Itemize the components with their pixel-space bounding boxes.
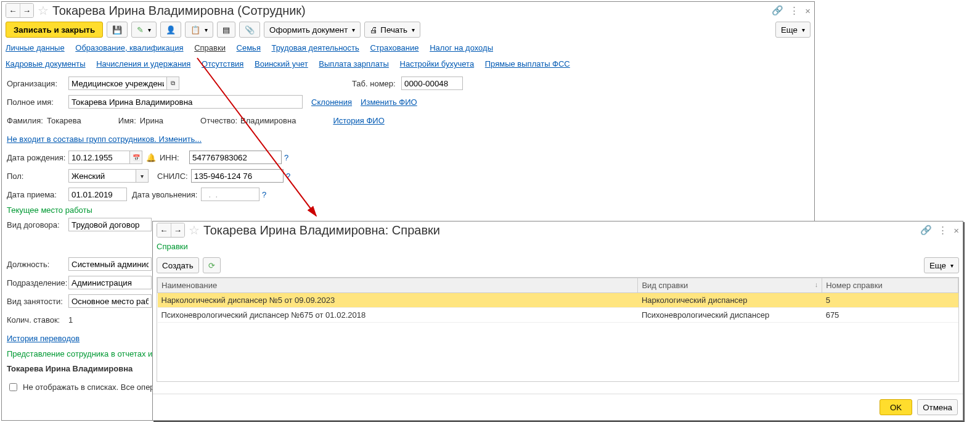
forward-button[interactable]: →: [20, 4, 33, 17]
attach-button[interactable]: 📎: [239, 22, 260, 38]
hire-input[interactable]: [68, 188, 127, 201]
more-button[interactable]: Еще: [775, 22, 811, 38]
tab-insurance[interactable]: Страхование: [370, 43, 419, 52]
rate-label: Колич. ставок:: [7, 315, 68, 325]
patr-value: Владимировна: [240, 116, 296, 125]
tab-absences[interactable]: Отсутствия: [202, 59, 243, 68]
sort-desc-icon: ↓: [815, 281, 819, 288]
tab-labor[interactable]: Трудовая деятельность: [272, 43, 359, 52]
surname-value: Токарева: [47, 116, 81, 125]
more-icon[interactable]: ⋮: [790, 5, 799, 16]
highlight-button[interactable]: ✎: [131, 22, 157, 38]
close-icon-2[interactable]: ×: [953, 225, 959, 236]
org-lookup-icon[interactable]: ⧉: [167, 77, 179, 90]
position-input[interactable]: [68, 257, 152, 271]
back-button-2[interactable]: ←: [157, 223, 171, 237]
certificates-tab: Справки: [157, 242, 188, 251]
col-type[interactable]: Вид справки↓: [638, 278, 822, 293]
change-fio-link[interactable]: Изменить ФИО: [361, 97, 417, 107]
link-icon-2[interactable]: 🔗: [920, 225, 932, 236]
print-button[interactable]: 🖨Печать: [364, 22, 420, 38]
create-button[interactable]: Создать: [157, 257, 199, 273]
cancel-button[interactable]: Отмена: [917, 399, 958, 415]
col-name[interactable]: Наименование: [158, 278, 638, 293]
tab-acc-settings[interactable]: Настройки бухучета: [400, 59, 475, 68]
inn-input[interactable]: [189, 151, 282, 164]
bell-icon[interactable]: 🔔: [146, 153, 156, 162]
tab-family[interactable]: Семья: [237, 43, 261, 52]
hide-label: Не отображать в списках. Все опера: [23, 383, 159, 392]
titlebar: ← → ☆ Токарева Ирина Владимировна (Сотру…: [2, 2, 814, 19]
refresh-icon: ⟳: [208, 261, 215, 270]
tabn-input[interactable]: [401, 77, 463, 90]
toolbar-2: Создать ⟳ Еще: [153, 255, 963, 276]
fullname-input[interactable]: [68, 95, 303, 109]
snils-input[interactable]: [191, 169, 284, 183]
tab-fss[interactable]: Прямые выплаты ФСС: [485, 59, 570, 68]
org-input[interactable]: [68, 77, 167, 90]
tab-certificates[interactable]: Справки: [194, 43, 226, 52]
copy-button[interactable]: 📋: [185, 22, 213, 38]
fio-history-link[interactable]: История ФИО: [333, 116, 384, 125]
tab-military[interactable]: Воинский учет: [255, 59, 308, 68]
calendar-icon[interactable]: 📅: [130, 151, 142, 164]
window-title-2: Токарева Ирина Владимировна: Справки: [203, 223, 917, 238]
tab-hr-docs[interactable]: Кадровые документы: [6, 59, 86, 68]
refresh-button[interactable]: ⟳: [203, 257, 221, 273]
tab-education[interactable]: Образование, квалификация: [75, 43, 183, 52]
sex-label: Пол:: [7, 172, 68, 181]
more-button-2[interactable]: Еще: [924, 257, 959, 273]
table-row[interactable]: Психоневрологический диспансер №675 от 0…: [158, 308, 958, 323]
dob-label: Дата рождения:: [7, 153, 68, 162]
sex-input[interactable]: [68, 169, 136, 183]
repr-value: Токарева Ирина Владимировна: [7, 364, 133, 373]
cell-name: Психоневрологический диспансер №675 от 0…: [158, 308, 638, 323]
list-button[interactable]: ▤: [217, 22, 235, 38]
forward-button-2[interactable]: →: [171, 223, 184, 237]
more-icon-2[interactable]: ⋮: [938, 225, 947, 236]
tab-income-tax[interactable]: Налог на доходы: [430, 43, 493, 52]
surname-label: Фамилия:: [7, 116, 47, 125]
ok-button[interactable]: OK: [880, 399, 912, 415]
back-button[interactable]: ←: [6, 4, 20, 17]
save-close-button[interactable]: Записать и закрыть: [6, 22, 103, 38]
contract-input[interactable]: [68, 218, 152, 231]
tab-salary[interactable]: Выплата зарплаты: [319, 59, 389, 68]
save-button[interactable]: 💾: [107, 22, 128, 38]
certificates-table-wrap: Наименование Вид справки↓ Номер справки …: [157, 277, 959, 382]
groups-link[interactable]: Не входит в составы групп сотрудников. И…: [7, 134, 202, 144]
certificates-table: Наименование Вид справки↓ Номер справки …: [157, 278, 958, 323]
cell-type: Психоневрологический диспансер: [638, 308, 822, 323]
inn-help-icon[interactable]: ?: [284, 153, 288, 162]
table-row[interactable]: Наркологический диспансер №5 от 09.09.20…: [158, 293, 958, 308]
favorite-icon-2[interactable]: ☆: [189, 223, 200, 238]
favorite-icon[interactable]: ☆: [38, 3, 49, 18]
cell-num: 675: [822, 308, 958, 323]
fire-input[interactable]: [201, 188, 259, 201]
dept-input[interactable]: [68, 276, 152, 289]
tab-accruals[interactable]: Начисления и удержания: [96, 59, 190, 68]
toolbar: Записать и закрыть 💾 ✎ 👤 📋 ▤ 📎 Оформить …: [2, 19, 814, 40]
printer-icon: 🖨: [370, 25, 378, 35]
tabs-row-2: Кадровые документы Начисления и удержани…: [2, 56, 814, 72]
link-icon[interactable]: 🔗: [772, 5, 783, 16]
user-card-button[interactable]: 👤: [160, 22, 181, 38]
create-doc-button[interactable]: Оформить документ: [264, 22, 361, 38]
dept-label: Подразделение:: [7, 278, 68, 288]
tab-personal[interactable]: Личные данные: [6, 43, 65, 52]
inn-label: ИНН:: [160, 153, 189, 162]
close-icon[interactable]: ×: [805, 6, 811, 16]
hide-checkbox[interactable]: [9, 383, 17, 391]
col-num[interactable]: Номер справки: [822, 278, 958, 293]
fire-help-icon[interactable]: ?: [262, 190, 266, 199]
tabn-label: Таб. номер:: [352, 79, 401, 88]
hire-label: Дата приема:: [7, 190, 68, 199]
transfers-history-link[interactable]: История переводов: [7, 334, 80, 343]
emptype-input[interactable]: [68, 294, 152, 308]
snils-help-icon[interactable]: ?: [286, 172, 290, 181]
rate-value: 1: [68, 315, 73, 325]
floppy-icon: 💾: [112, 25, 122, 35]
sex-dropdown-icon[interactable]: ▾: [136, 169, 149, 183]
dob-input[interactable]: [68, 151, 130, 164]
declension-link[interactable]: Склонения: [311, 97, 352, 107]
